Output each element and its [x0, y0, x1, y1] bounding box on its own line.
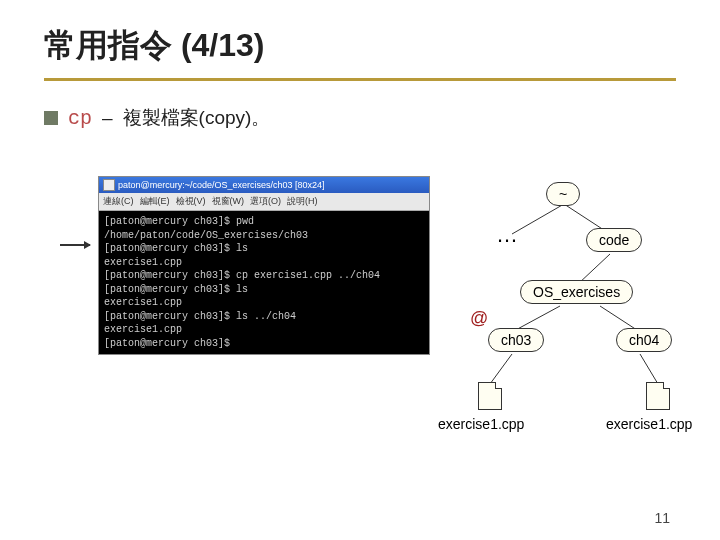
file-label: exercise1.cpp — [606, 416, 692, 432]
file-icon — [478, 382, 502, 410]
menu-item[interactable]: 連線(C) — [103, 195, 134, 208]
bullet-icon — [44, 111, 58, 125]
terminal-content: [paton@mercury ch03]$ pwd /home/paton/co… — [99, 211, 429, 354]
node-dots: … — [496, 222, 520, 248]
terminal-titlebar: paton@mercury:~/code/OS_exercises/ch03 [… — [99, 177, 429, 193]
node-home: ~ — [546, 182, 580, 206]
menu-item[interactable]: 視窗(W) — [212, 195, 245, 208]
svg-line-6 — [640, 354, 658, 384]
file-icon — [646, 382, 670, 410]
terminal-window: paton@mercury:~/code/OS_exercises/ch03 [… — [98, 176, 430, 355]
slide-title: 常用指令 (4/13) — [44, 24, 676, 68]
node-ch04: ch04 — [616, 328, 672, 352]
command-name: cp — [68, 107, 92, 130]
bullet-line: cp – 複製檔案(copy)。 — [44, 105, 676, 131]
slide: 常用指令 (4/13) cp – 複製檔案(copy)。 paton@mercu… — [0, 0, 720, 540]
menu-item[interactable]: 說明(H) — [287, 195, 318, 208]
node-ch03: ch03 — [488, 328, 544, 352]
node-code: code — [586, 228, 642, 252]
menu-item[interactable]: 選項(O) — [250, 195, 281, 208]
terminal-menubar: 連線(C) 編輯(E) 檢視(V) 視窗(W) 選項(O) 說明(H) — [99, 193, 429, 211]
dash: – — [102, 107, 113, 129]
arrow-icon — [60, 244, 90, 246]
node-os-exercises: OS_exercises — [520, 280, 633, 304]
svg-line-5 — [490, 354, 512, 384]
menu-item[interactable]: 編輯(E) — [140, 195, 170, 208]
title-rule — [44, 78, 676, 81]
menu-item[interactable]: 檢視(V) — [176, 195, 206, 208]
directory-tree: ~ … code OS_exercises @ ch03 ch04 exerci… — [440, 176, 690, 456]
terminal-title: paton@mercury:~/code/OS_exercises/ch03 [… — [118, 180, 325, 190]
command-description: 複製檔案(copy)。 — [123, 105, 271, 131]
file-label: exercise1.cpp — [438, 416, 524, 432]
page-number: 11 — [654, 510, 670, 526]
window-icon — [103, 179, 115, 191]
at-marker: @ — [470, 308, 488, 329]
